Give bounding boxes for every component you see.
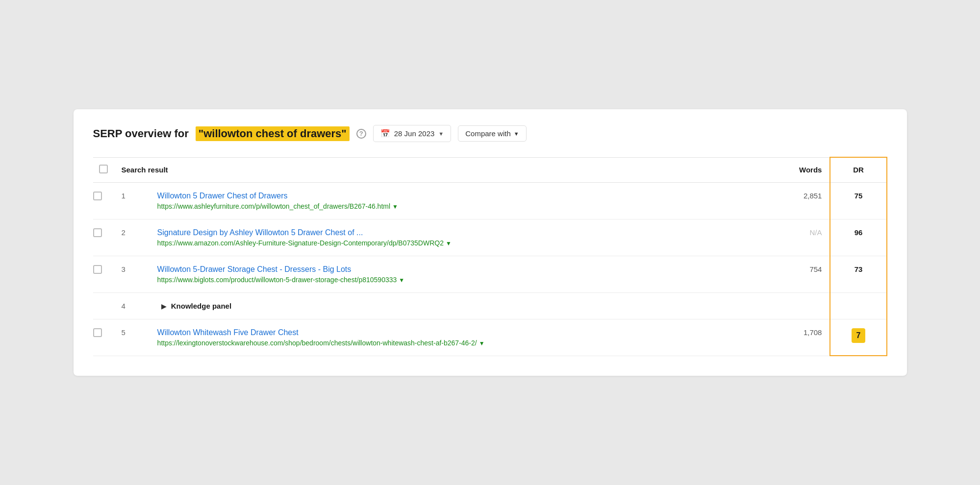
td-content: Signature Design by Ashley Willowton 5 D… — [153, 219, 766, 256]
table-row: 1 Willowton 5 Drawer Chest of Drawers ht… — [93, 182, 887, 219]
td-row-num: 3 — [118, 256, 153, 292]
td-dr: 7 — [830, 319, 886, 356]
td-empty-checkbox — [93, 292, 118, 319]
td-checkbox[interactable] — [93, 256, 118, 292]
result-url: https://lexingtonoverstockwarehouse.com/… — [157, 339, 762, 347]
row-checkbox[interactable] — [93, 265, 102, 274]
words-value: 754 — [809, 265, 822, 273]
result-title-link[interactable]: Willowton Whitewash Five Drawer Chest — [157, 328, 762, 337]
result-url-link[interactable]: https://www.ashleyfurniture.com/p/willow… — [157, 202, 390, 210]
td-words: 2,851 — [766, 182, 830, 219]
td-row-num: 4 — [118, 292, 153, 319]
header-prefix: SERP overview for — [93, 127, 189, 140]
date-chevron-icon: ▼ — [438, 131, 444, 137]
result-url-link[interactable]: https://www.amazon.com/Ashley-Furniture-… — [157, 239, 444, 247]
td-checkbox[interactable] — [93, 219, 118, 256]
td-checkbox[interactable] — [93, 319, 118, 356]
td-dr-knowledge — [830, 292, 886, 319]
url-chevron-icon[interactable]: ▼ — [479, 340, 485, 347]
td-content: Willowton Whitewash Five Drawer Chest ht… — [153, 319, 766, 356]
table-body: 1 Willowton 5 Drawer Chest of Drawers ht… — [93, 182, 887, 356]
result-url: https://www.biglots.com/product/willowto… — [157, 276, 762, 284]
result-url-link[interactable]: https://www.biglots.com/product/willowto… — [157, 276, 397, 284]
url-chevron-icon[interactable]: ▼ — [399, 277, 404, 284]
td-dr: 75 — [830, 182, 886, 219]
th-words: Words — [766, 157, 830, 182]
words-value: 2,851 — [804, 192, 822, 200]
result-url: https://www.ashleyfurniture.com/p/willow… — [157, 202, 762, 210]
expand-arrow-icon[interactable]: ▶ — [161, 303, 166, 310]
result-title-link[interactable]: Willowton 5-Drawer Storage Chest - Dress… — [157, 265, 762, 274]
th-dr: DR — [830, 157, 886, 182]
td-row-num: 2 — [118, 219, 153, 256]
table-row: 2 Signature Design by Ashley Willowton 5… — [93, 219, 887, 256]
dr-value: 96 — [854, 228, 863, 237]
td-dr: 96 — [830, 219, 886, 256]
select-all-checkbox[interactable] — [99, 165, 108, 173]
td-content: Willowton 5-Drawer Storage Chest - Dress… — [153, 256, 766, 292]
serp-table: Search result Words DR 1 Willowton 5 Dra… — [93, 157, 887, 356]
dr-value: 73 — [854, 265, 863, 273]
words-value: 1,708 — [804, 328, 822, 337]
date-label: 28 Jun 2023 — [394, 129, 435, 138]
th-select-all[interactable] — [93, 157, 118, 182]
help-icon[interactable]: ? — [356, 129, 366, 139]
compare-label: Compare with — [465, 129, 511, 138]
compare-chevron-icon: ▼ — [514, 131, 519, 137]
serp-overview-card: SERP overview for "willowton chest of dr… — [74, 109, 907, 376]
words-na: N/A — [809, 228, 822, 237]
td-row-num: 1 — [118, 182, 153, 219]
table-row: 3 Willowton 5-Drawer Storage Chest - Dre… — [93, 256, 887, 292]
table-row: 5 Willowton Whitewash Five Drawer Chest … — [93, 319, 887, 356]
result-title-link[interactable]: Signature Design by Ashley Willowton 5 D… — [157, 228, 762, 237]
td-knowledge-panel[interactable]: ▶ Knowledge panel — [153, 292, 830, 319]
result-url-link[interactable]: https://lexingtonoverstockwarehouse.com/… — [157, 339, 477, 347]
th-search-result: Search result — [118, 157, 766, 182]
knowledge-panel-label: Knowledge panel — [171, 302, 231, 310]
calendar-icon: 📅 — [380, 129, 390, 138]
date-picker[interactable]: 📅 28 Jun 2023 ▼ — [373, 125, 451, 142]
td-words: 754 — [766, 256, 830, 292]
page-header: SERP overview for "willowton chest of dr… — [93, 125, 887, 142]
td-dr: 73 — [830, 256, 886, 292]
td-words: 1,708 — [766, 319, 830, 356]
td-words: N/A — [766, 219, 830, 256]
row-checkbox[interactable] — [93, 192, 102, 200]
td-checkbox[interactable] — [93, 182, 118, 219]
td-content: Willowton 5 Drawer Chest of Drawers http… — [153, 182, 766, 219]
table-header: Search result Words DR — [93, 157, 887, 182]
url-chevron-icon[interactable]: ▼ — [392, 203, 398, 210]
result-url: https://www.amazon.com/Ashley-Furniture-… — [157, 239, 762, 247]
dr-value: 75 — [854, 192, 863, 200]
row-checkbox[interactable] — [93, 228, 102, 237]
result-title-link[interactable]: Willowton 5 Drawer Chest of Drawers — [157, 192, 762, 200]
header-keyword: "willowton chest of drawers" — [196, 126, 350, 141]
dr-highlighted-badge: 7 — [852, 328, 866, 343]
td-row-num: 5 — [118, 319, 153, 356]
url-chevron-icon[interactable]: ▼ — [446, 240, 452, 247]
compare-with-button[interactable]: Compare with ▼ — [458, 125, 526, 142]
knowledge-panel-row: 4 ▶ Knowledge panel — [93, 292, 887, 319]
row-checkbox[interactable] — [93, 328, 102, 337]
